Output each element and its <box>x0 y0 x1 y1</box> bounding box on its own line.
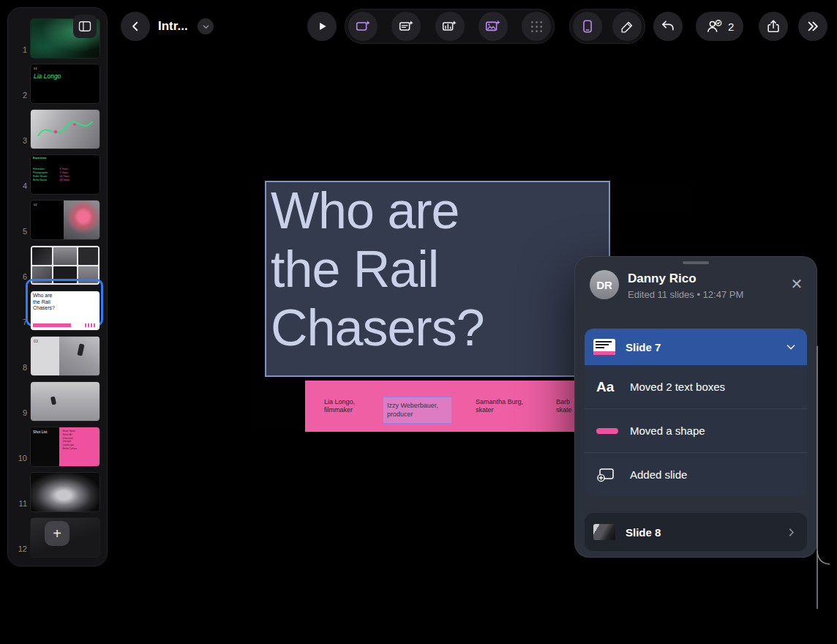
thumbnail-kicker: 02 <box>34 203 37 206</box>
thumbnail-pink-bar <box>33 323 71 327</box>
activity-group: Slide 7 Aa Moved 2 text boxes Moved a sh… <box>585 329 807 496</box>
close-button[interactable]: ✕ <box>786 273 808 295</box>
chevron-down-icon <box>202 23 210 31</box>
drag-handle[interactable] <box>683 261 709 264</box>
thumbnail-title: Who are the Rail Chasers? <box>33 293 55 312</box>
slide-thumbnail-10[interactable]: Shot List Skate Spots Street Art Intervi… <box>31 427 100 466</box>
chart-sparkle-icon <box>441 18 458 35</box>
credit-name: Samantha Burg, <box>476 398 523 407</box>
credit-role: skate <box>556 406 572 415</box>
slide-thumbnail-8[interactable]: 03 <box>31 337 100 375</box>
slide-8-row[interactable]: Slide 8 <box>585 513 807 551</box>
sidebar-toggle-button[interactable] <box>73 15 97 38</box>
slide-number: 2 <box>11 91 27 100</box>
text-boxes-icon: Aa <box>596 379 630 395</box>
draw-button[interactable] <box>612 12 642 41</box>
slide-7-row[interactable]: Slide 7 <box>585 329 807 365</box>
slide-number: 8 <box>11 363 27 372</box>
share-button[interactable] <box>759 12 788 41</box>
activity-item-label: Moved a shape <box>630 424 705 437</box>
activity-item-shape[interactable]: Moved a shape <box>585 408 807 452</box>
chevron-left-icon <box>129 20 142 33</box>
credit-name: Barb <box>556 398 572 407</box>
slide-number: 6 <box>11 272 27 281</box>
shapes-button[interactable] <box>573 12 602 41</box>
slide-thumbnail-2[interactable]: 01 Lia Longo <box>31 64 100 103</box>
thumbnail-figure <box>50 397 56 405</box>
slide-number: 10 <box>11 454 27 463</box>
slide-thumbnail-9[interactable] <box>31 382 100 421</box>
thumbnail-pink-marks <box>85 323 95 327</box>
thumbnail-heading: Experience <box>33 157 47 160</box>
added-slide-icon <box>596 467 630 482</box>
avatar: DR <box>590 270 619 299</box>
collage-cell <box>32 247 52 265</box>
slide-navigator: 1 2 3 4 5 6 7 8 9 10 11 12 01 Lia Longo … <box>7 7 108 566</box>
keynote-app: 1 2 3 4 5 6 7 8 9 10 11 12 01 Lia Longo … <box>0 0 837 644</box>
add-text-button[interactable] <box>391 12 421 41</box>
slide-number: 5 <box>11 227 27 236</box>
undo-button[interactable] <box>653 12 683 41</box>
slide-number: 12 <box>11 544 27 553</box>
collaborate-button[interactable]: 2 <box>696 12 743 41</box>
credit-name: Lia Longo, <box>324 398 355 407</box>
credit-text[interactable]: Barb skate <box>556 381 572 432</box>
slide-thumbnail-3[interactable] <box>31 110 100 149</box>
thumbnail-table: Filmmaker Photographer Roller Skater Ber… <box>33 168 70 182</box>
slide-thumbnail-11[interactable] <box>31 473 100 512</box>
activity-popup: DR Danny Rico Edited 11 slides • 12:47 P… <box>574 256 817 558</box>
slide-8-mini-thumbnail <box>593 524 615 540</box>
title-text-box[interactable]: Who are the Rail Chasers? <box>265 181 610 377</box>
add-chart-button[interactable] <box>435 12 465 41</box>
thumbnail-title: Lia Longo <box>34 72 61 80</box>
slide-number: 11 <box>11 499 27 508</box>
slide-thumbnail-4[interactable]: Experience Filmmaker Photographer Roller… <box>31 155 100 194</box>
close-icon: ✕ <box>791 275 803 293</box>
collaboration-icon <box>705 18 723 34</box>
scribble-graphic <box>31 110 100 149</box>
slide-thumbnail-7-selected[interactable]: Who are the Rail Chasers? <box>31 291 100 330</box>
add-media-button[interactable] <box>478 12 508 41</box>
pencil-icon <box>620 19 635 34</box>
double-chevron-right-icon <box>806 19 820 34</box>
credit-role: skater <box>476 406 523 415</box>
shape-icon <box>596 428 630 434</box>
thumbnail-kicker: 03 <box>34 339 38 343</box>
document-title[interactable]: Intr... <box>158 19 188 34</box>
title-menu-button[interactable] <box>198 18 214 34</box>
more-button[interactable] <box>798 12 827 41</box>
slide-title-text: Who are the Rail Chasers? <box>266 182 609 357</box>
slide-sparkle-icon <box>355 18 372 35</box>
thumbnail-right-panel: Skate Spots Street Art Interviews Lifest… <box>59 427 100 466</box>
add-slide-ai-button[interactable] <box>348 12 378 41</box>
thumbnail-list: Skate Spots Street Art Interviews Lifest… <box>62 430 76 451</box>
grid-options-button[interactable] <box>522 12 551 41</box>
slide-7-label: Slide 7 <box>626 341 661 353</box>
credit-role: producer <box>387 411 451 419</box>
collaborator-count: 2 <box>728 20 734 33</box>
credit-name: Izzy Weberbauer, <box>387 402 451 411</box>
grid-dots-icon <box>529 19 544 34</box>
back-button[interactable] <box>121 12 150 41</box>
slide-thumbnail-5[interactable]: 02 <box>31 201 100 239</box>
table-values: 6 Years 9 Years 20 Years 28 Years <box>60 168 70 182</box>
credit-text-selected[interactable]: Izzy Weberbauer, producer <box>383 397 452 424</box>
add-slide-button[interactable]: + <box>45 521 70 546</box>
slide-number: 7 <box>11 318 27 326</box>
slide-8-label: Slide 8 <box>626 526 661 539</box>
activity-item-added-slide[interactable]: Added slide <box>585 452 807 496</box>
collaborator-name: Danny Rico <box>628 272 697 286</box>
slide-7-mini-thumbnail <box>593 339 615 355</box>
activity-item-text-boxes[interactable]: Aa Moved 2 text boxes <box>585 365 807 408</box>
play-button[interactable] <box>307 12 337 41</box>
slide-number: 9 <box>11 408 27 417</box>
textbox-sparkle-icon <box>398 18 415 35</box>
chevron-right-icon <box>786 527 797 538</box>
thumbnail-title: Shot List <box>33 430 47 434</box>
slide-number: 4 <box>11 181 27 190</box>
credit-role: filmmaker <box>324 406 355 415</box>
credit-text[interactable]: Samantha Burg, skater <box>476 381 523 432</box>
shapes-icon <box>579 18 596 34</box>
credit-text[interactable]: Lia Longo, filmmaker <box>324 381 355 432</box>
format-toolbar <box>569 9 645 44</box>
